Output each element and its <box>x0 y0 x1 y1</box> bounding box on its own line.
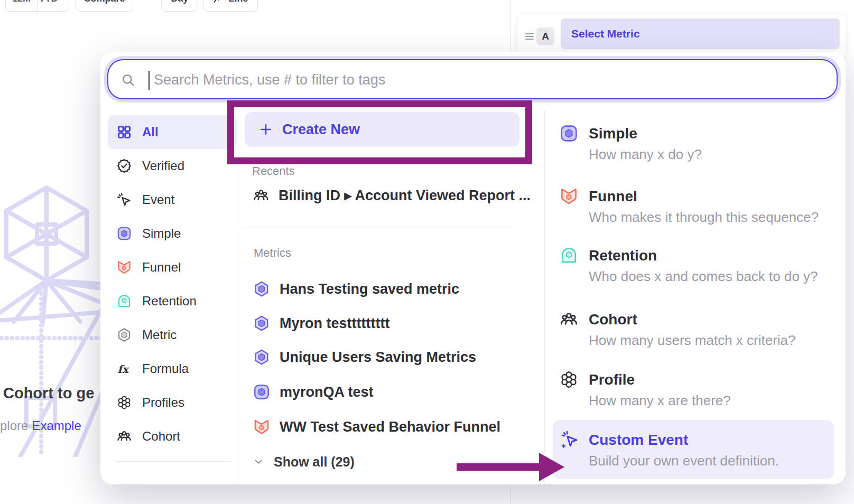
annotation-arrow <box>457 463 540 471</box>
sidebar-item-funnel[interactable]: Funnel <box>108 250 237 284</box>
annotation-arrow-head <box>539 453 564 481</box>
annotation-rectangle <box>227 100 532 164</box>
saved-metric-icon <box>253 280 271 298</box>
sidebar-item-profiles[interactable]: Profiles <box>108 386 237 419</box>
sidebar-item-verified[interactable]: Verified <box>108 149 237 183</box>
type-profile[interactable]: Profile How many x are there? <box>559 370 731 409</box>
text-caret <box>148 71 150 90</box>
chart-type-line-button[interactable]: Line <box>203 0 258 12</box>
retention-icon <box>116 293 132 309</box>
simple-metric-icon <box>559 124 579 143</box>
series-badge: A <box>536 27 554 45</box>
background-headline: Cohort to ge <box>3 385 94 402</box>
profiles-icon <box>559 370 579 389</box>
cohort-people-icon <box>559 310 579 329</box>
search-input[interactable] <box>153 60 826 99</box>
sidebar-bottom-divider <box>115 461 230 462</box>
search-icon <box>121 73 135 87</box>
compare-button[interactable]: Compare <box>76 0 133 12</box>
metric-item[interactable]: Hans Testing saved metric <box>253 272 459 306</box>
cohort-people-icon <box>116 428 132 444</box>
filter-sidebar: All Verified Event Simple Funnel Retenti… <box>108 115 237 453</box>
metric-item[interactable]: Myron testtttttttt <box>253 306 389 340</box>
app-window: Cohort to ge ploreExample 12M YTD Compar… <box>0 0 854 504</box>
metric-item[interactable]: WW Test Saved Behavior Funnel <box>253 410 500 444</box>
funnel-icon <box>116 259 132 275</box>
metrics-heading: Metrics <box>254 246 291 260</box>
formula-fx-icon <box>116 361 132 377</box>
type-custom-event[interactable]: Custom Event Build your own event defini… <box>559 430 779 469</box>
sidebar-item-retention[interactable]: Retention <box>108 284 237 318</box>
sidebar-item-all[interactable]: All <box>108 115 237 149</box>
chevron-down-icon <box>253 456 264 468</box>
date-range-segmented-control[interactable]: 12M YTD <box>5 0 69 12</box>
funnel-icon <box>253 418 271 436</box>
sidebar-item-cohort[interactable]: Cohort <box>108 419 237 453</box>
sidebar-item-formula[interactable]: Formula <box>108 352 237 386</box>
recents-heading: Recents <box>252 164 295 178</box>
recent-item-billing-id[interactable]: Billing ID ▸ Account Viewed Report ... <box>253 180 531 211</box>
explore-text-fragment: plore <box>0 418 28 433</box>
show-all-button[interactable]: Show all (29) <box>253 447 355 477</box>
sidebar-item-simple[interactable]: Simple <box>108 217 237 250</box>
range-ytd-button[interactable]: YTD <box>37 0 69 11</box>
example-link[interactable]: Example <box>32 418 81 433</box>
retention-icon <box>559 246 579 265</box>
funnel-icon <box>559 186 579 206</box>
select-metric-field[interactable]: Select Metric <box>561 18 840 49</box>
search-box[interactable] <box>107 59 838 99</box>
cohort-people-icon <box>253 187 270 204</box>
type-cohort[interactable]: Cohort How many users match x criteria? <box>559 310 796 349</box>
line-chart-icon <box>213 0 224 4</box>
metric-item[interactable]: myronQA test <box>253 375 374 409</box>
chevron-down-icon <box>60 0 68 3</box>
saved-metric-icon <box>253 348 271 366</box>
granularity-day-button[interactable]: Day <box>161 0 198 12</box>
type-funnel[interactable]: Funnel Who makes it through this sequenc… <box>559 186 819 226</box>
drag-handle-icon[interactable] <box>523 30 536 43</box>
grid-icon <box>116 124 132 140</box>
range-12m-button[interactable]: 12M <box>6 0 37 11</box>
profiles-icon <box>116 395 132 410</box>
background-explore-text: ploreExample <box>0 418 81 433</box>
metric-item[interactable]: Unique Users Saving Metrics <box>253 340 476 374</box>
sidebar-item-partial[interactable]: T <box>108 477 245 484</box>
custom-event-cursor-icon <box>559 430 579 450</box>
type-simple[interactable]: Simple How many x do y? <box>559 124 702 163</box>
verified-badge-icon <box>116 158 132 174</box>
sidebar-item-metric[interactable]: Metric <box>108 318 237 352</box>
columns-divider <box>544 110 545 484</box>
event-cursor-icon <box>116 192 132 208</box>
simple-metric-icon <box>116 226 132 241</box>
metric-hexagon-icon <box>116 327 132 343</box>
recents-metrics-divider <box>240 228 519 228</box>
sidebar-divider <box>237 110 237 484</box>
simple-metric-icon <box>253 383 271 401</box>
type-retention[interactable]: Retention Who does x and comes back to d… <box>559 246 818 285</box>
saved-metric-icon <box>253 314 271 332</box>
sidebar-item-event[interactable]: Event <box>108 183 237 217</box>
